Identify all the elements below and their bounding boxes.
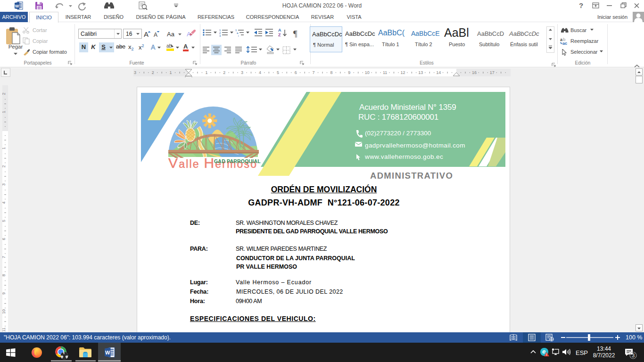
svg-text:3: 3: [134, 70, 136, 75]
svg-text:A: A: [151, 43, 156, 51]
svg-text:Z: Z: [278, 33, 281, 37]
svg-text:A: A: [183, 43, 188, 50]
svg-text:4: 4: [2, 201, 6, 204]
svg-text:1: 1: [2, 147, 6, 149]
svg-text:A: A: [144, 30, 149, 38]
svg-text:?: ?: [579, 1, 583, 9]
svg-text:W: W: [105, 350, 110, 355]
svg-text:5: 5: [2, 220, 6, 222]
svg-text:!: !: [546, 353, 547, 356]
svg-text:17: 17: [490, 70, 495, 75]
svg-text:1: 1: [2, 111, 6, 113]
svg-text:11: 11: [2, 328, 6, 332]
svg-text:2: 2: [152, 70, 154, 75]
svg-text:W: W: [15, 4, 19, 8]
svg-text:10: 10: [2, 309, 6, 314]
svg-text:12: 12: [400, 70, 405, 75]
svg-text:7: 7: [2, 256, 6, 258]
svg-text:3: 3: [241, 70, 243, 75]
svg-text:ac: ac: [562, 41, 567, 45]
svg-text:14: 14: [436, 70, 441, 75]
svg-text:6: 6: [2, 238, 6, 240]
svg-text:1: 1: [205, 70, 207, 75]
svg-text:2: 2: [2, 165, 6, 167]
svg-text:9: 9: [2, 292, 6, 295]
svg-text:11: 11: [383, 70, 387, 75]
svg-text:A: A: [278, 28, 281, 33]
svg-text:¶: ¶: [293, 29, 297, 39]
svg-text:Aa: Aa: [167, 31, 175, 38]
svg-text:6: 6: [295, 70, 297, 75]
svg-text:4: 4: [259, 70, 261, 75]
svg-text:13: 13: [418, 70, 423, 75]
svg-text:3: 3: [632, 353, 635, 358]
svg-text:Pegar: Pegar: [8, 44, 23, 49]
svg-text:A: A: [154, 32, 157, 38]
svg-text:3: 3: [219, 34, 221, 37]
svg-text:5: 5: [277, 70, 279, 75]
svg-text:3: 3: [2, 183, 6, 186]
svg-text:10: 10: [365, 70, 370, 75]
svg-text:ab: ab: [166, 43, 172, 49]
svg-text:2: 2: [2, 92, 6, 95]
svg-text:1: 1: [170, 70, 172, 75]
svg-text:8: 8: [2, 274, 6, 276]
svg-text:i: i: [238, 34, 239, 37]
svg-text:16: 16: [472, 70, 477, 75]
svg-text:9: 9: [348, 70, 350, 75]
svg-text:2: 2: [223, 70, 225, 75]
svg-text:8: 8: [330, 70, 332, 75]
svg-text:7: 7: [313, 70, 315, 75]
